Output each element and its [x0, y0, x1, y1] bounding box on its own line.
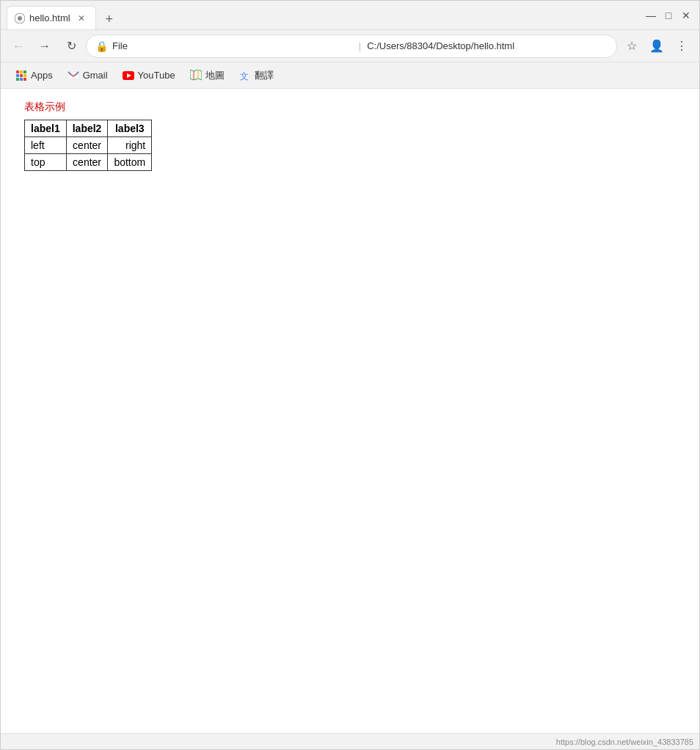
status-bar: https://blog.csdn.net/weixin_43833785 [1, 733, 699, 749]
back-button[interactable]: ← [7, 34, 30, 58]
table-cell-r1c1: left [25, 137, 67, 154]
svg-rect-8 [16, 78, 19, 81]
table-cell-r2c1: top [25, 154, 67, 171]
maps-icon [190, 70, 202, 81]
minimize-button[interactable]: — [644, 8, 658, 23]
tab-title: hello.html [29, 12, 70, 23]
bookmark-gmail[interactable]: Gmail [62, 67, 114, 84]
bookmark-translate[interactable]: 文 翻譯 [233, 66, 280, 85]
apps-icon [15, 70, 27, 81]
bookmark-maps[interactable]: 地圖 [184, 66, 230, 85]
bookmark-youtube-label: YouTube [138, 70, 175, 81]
bookmark-gmail-label: Gmail [83, 70, 108, 81]
svg-rect-9 [20, 78, 23, 81]
svg-marker-13 [190, 70, 202, 80]
address-path: C:/Users/88304/Desktop/hello.html [367, 40, 608, 51]
tab-close-button[interactable]: ✕ [75, 12, 88, 25]
close-button[interactable]: ✕ [679, 8, 693, 23]
page-title: 表格示例 [24, 101, 688, 114]
active-tab[interactable]: hello.html ✕ [7, 6, 96, 29]
table-header-col2: label2 [66, 120, 108, 137]
maximize-button[interactable]: □ [661, 8, 676, 23]
gmail-icon [68, 70, 79, 81]
table-header-col3: label3 [108, 120, 152, 137]
profile-button[interactable]: 👤 [645, 34, 668, 58]
svg-rect-5 [16, 74, 19, 77]
toolbar-actions: ☆ 👤 ⋮ [620, 34, 693, 58]
translate-icon: 文 [239, 70, 251, 81]
bookmarks-bar: Apps Gmail YouTube [1, 62, 699, 89]
address-separator: | [359, 40, 361, 51]
table-header-col1: label1 [25, 120, 67, 137]
table-row: top center bottom [25, 154, 152, 171]
svg-rect-4 [23, 70, 26, 73]
bookmark-maps-label: 地圖 [205, 69, 225, 82]
svg-rect-2 [16, 70, 19, 73]
table-cell-r2c3: bottom [108, 154, 152, 171]
svg-rect-3 [20, 70, 23, 73]
status-url: https://blog.csdn.net/weixin_43833785 [556, 738, 693, 746]
toolbar: ← → ↻ 🔒 File | C:/Users/88304/Desktop/he… [1, 30, 699, 62]
table-header-row: label1 label2 label3 [25, 120, 152, 137]
table-cell-r1c3: right [108, 137, 152, 154]
table-cell-r2c2: center [66, 154, 108, 171]
window-controls: — □ ✕ [644, 8, 693, 23]
tab-area: hello.html ✕ + [7, 1, 641, 29]
svg-text:文: 文 [240, 71, 249, 81]
bookmark-button[interactable]: ☆ [620, 34, 644, 58]
page-content: 表格示例 label1 label2 label3 left center ri… [1, 89, 699, 733]
svg-rect-10 [23, 78, 26, 81]
svg-point-1 [18, 16, 22, 21]
new-tab-button[interactable]: + [99, 9, 120, 29]
table-cell-r1c2: center [66, 137, 108, 154]
bookmark-youtube[interactable]: YouTube [117, 67, 181, 84]
menu-button[interactable]: ⋮ [670, 34, 693, 58]
tab-favicon [15, 13, 25, 23]
table-row: left center right [25, 137, 152, 154]
lock-icon: 🔒 [95, 40, 108, 52]
bookmark-apps[interactable]: Apps [10, 67, 59, 84]
svg-rect-6 [20, 74, 23, 77]
svg-rect-7 [23, 74, 26, 77]
bookmark-translate-label: 翻譯 [255, 69, 274, 82]
browser-window: hello.html ✕ + — □ ✕ ← → ↻ 🔒 File | C:/U… [0, 0, 700, 750]
address-bar[interactable]: 🔒 File | C:/Users/88304/Desktop/hello.ht… [86, 34, 617, 58]
youtube-icon [123, 70, 134, 81]
titlebar: hello.html ✕ + — □ ✕ [1, 1, 699, 30]
reload-button[interactable]: ↻ [59, 34, 83, 58]
bookmark-apps-label: Apps [31, 70, 53, 81]
address-protocol: File [112, 40, 353, 51]
demo-table: label1 label2 label3 left center right t… [24, 120, 152, 171]
forward-button[interactable]: → [33, 34, 56, 58]
